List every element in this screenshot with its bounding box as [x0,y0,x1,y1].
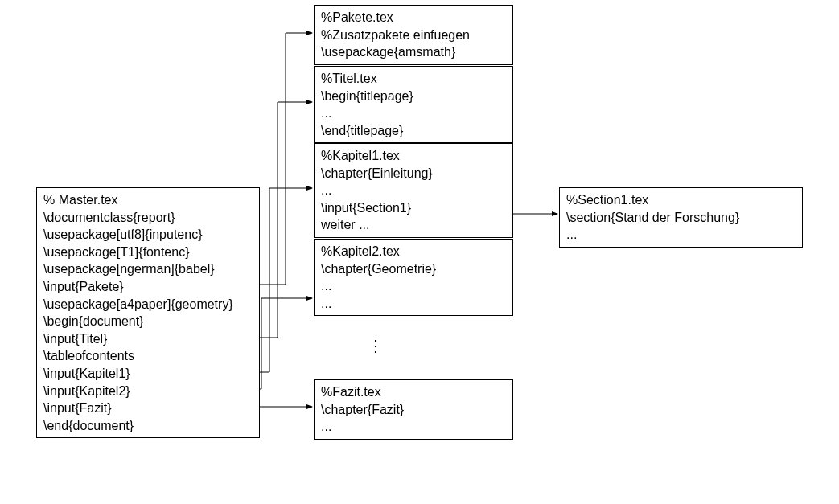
code-line: \documentclass{report} [43,209,253,227]
pakete-box: %Pakete.tex %Zusatzpakete einfuegen \use… [314,5,513,65]
code-line: %Zusatzpakete einfuegen [321,27,506,44]
code-line: \input{Kapitel1} [43,365,253,383]
code-line: \section{Stand der Forschung} [566,209,796,227]
code-line: %Section1.tex [566,191,796,209]
code-line: \chapter{Geometrie} [321,260,506,278]
code-line: \input{Section1} [321,199,506,217]
code-line: \usepackage[T1]{fontenc} [43,244,253,261]
code-line: ... [321,295,506,313]
code-line: \input{Kapitel2} [43,383,253,400]
fazit-box: %Fazit.tex \chapter{Fazit} ... [314,379,513,440]
code-line: \input{Pakete} [43,278,253,296]
code-line: \chapter{Einleitung} [321,165,506,182]
code-line: \usepackage[utf8]{inputenc} [43,226,253,244]
code-line: %Titel.tex [321,70,506,88]
kapitel1-box: %Kapitel1.tex \chapter{Einleitung} ... \… [314,143,513,238]
vertical-dots: ⋮ [368,338,384,354]
code-line: \usepackage[ngerman]{babel} [43,260,253,278]
titel-box: %Titel.tex \begin{titlepage} ... \end{ti… [314,66,513,143]
code-line: \input{Fazit} [43,400,253,417]
section1-box: %Section1.tex \section{Stand der Forschu… [559,187,803,248]
code-line: %Pakete.tex [321,9,506,27]
code-line: ... [566,226,796,244]
master-box: % Master.tex \documentclass{report} \use… [36,187,260,438]
code-line: \input{Titel} [43,330,253,348]
kapitel2-box: %Kapitel2.tex \chapter{Geometrie} ... ..… [314,239,513,316]
code-line: \begin{document} [43,313,253,330]
code-line: ... [321,182,506,199]
code-line: ... [321,277,506,295]
code-line: \end{document} [43,417,253,435]
code-line: % Master.tex [43,191,253,209]
code-line: \chapter{Fazit} [321,401,506,419]
code-line: \begin{titlepage} [321,88,506,105]
code-line: weiter ... [321,216,506,234]
code-line: %Fazit.tex [321,383,506,401]
code-line: %Kapitel1.tex [321,147,506,165]
code-line: %Kapitel2.tex [321,243,506,260]
code-line: ... [321,418,506,436]
code-line: ... [321,104,506,122]
code-line: \tableofcontents [43,347,253,365]
code-line: \usepackage[a4paper]{geometry} [43,296,253,313]
code-line: \end{titlepage} [321,122,506,140]
code-line: \usepackage{amsmath} [321,43,506,61]
